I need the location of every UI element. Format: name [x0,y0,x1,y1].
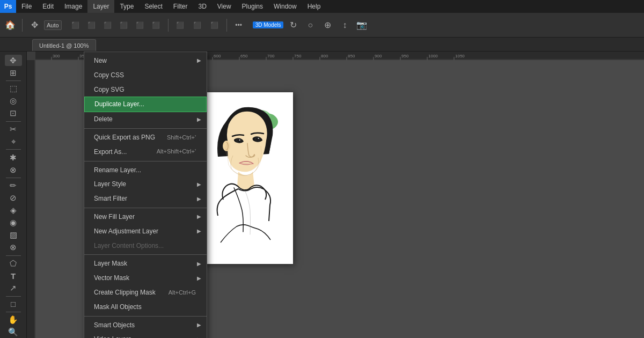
crop-tool[interactable]: ✂ [5,123,22,135]
menu-item-layer-mask[interactable]: Layer Mask ▶ [84,256,207,271]
canvas-area[interactable]: 300 350 400 450 500 550 600 650 700 750 … [27,52,644,338]
svg-point-10 [239,139,240,141]
menu-item-smart-filter[interactable]: Smart Filter ▶ [84,192,207,206]
svg-text:1050: 1050 [455,54,465,58]
camera-icon[interactable]: 📷 [354,18,369,33]
lasso-tool[interactable]: ◎ [5,95,22,107]
svg-text:600: 600 [214,54,221,58]
3d-models-badge: 3D Models [253,21,284,28]
move-tool[interactable]: ✥ [5,55,22,66]
align-top-icon[interactable]: ⬛ [116,18,131,33]
slide-3d-icon[interactable]: ↕ [337,18,352,33]
svg-point-13 [258,138,259,139]
menu-item-copy-svg[interactable]: Copy SVG [84,83,207,97]
menu-item-duplicate-label: Duplicate Layer... [94,100,144,109]
menu-image[interactable]: Image [59,0,87,13]
align-right-icon[interactable]: ⬛ [100,18,115,33]
layer-dropdown-menu: New ▶ Copy CSS Copy SVG Duplicate Layer.… [84,52,207,338]
menu-item-mask-all-objects[interactable]: Mask All Objects [84,300,207,314]
menu-item-quick-export[interactable]: Quick Export as PNG Shift+Ctrl+' [84,130,207,145]
menu-edit[interactable]: Edit [37,0,59,13]
type-tool[interactable]: T [5,270,22,282]
artboard-tool[interactable]: ⊞ [5,67,22,78]
align-bottom-icon[interactable]: ⬛ [149,18,164,33]
clone-tool[interactable]: ⊘ [5,193,22,204]
doc-tab-untitled[interactable]: Untitled-1 @ 100% [32,39,96,51]
home-icon[interactable]: 🏠 [3,18,18,33]
menu-item-new-fill-layer[interactable]: New Fill Layer ▶ [84,210,207,224]
quick-export-shortcut: Shift+Ctrl+' [167,134,196,142]
v-ruler-svg [27,60,35,338]
marquee-tool[interactable]: ⬚ [5,83,22,94]
brush-tool[interactable]: ✏ [5,180,22,192]
svg-text:850: 850 [348,54,355,58]
menu-sep-2 [84,161,207,161]
svg-point-12 [256,137,259,141]
move-options-icon[interactable]: ✥ [27,18,42,33]
menu-layer[interactable]: Layer [87,0,114,13]
svg-text:300: 300 [53,54,60,58]
distribute-h-icon[interactable]: ⬛ [173,18,188,33]
menu-item-create-clipping-mask[interactable]: Create Clipping Mask Alt+Ctrl+G [84,285,207,300]
menu-item-delete[interactable]: Delete ▶ [84,112,207,127]
svg-text:900: 900 [375,54,382,58]
new-submenu-arrow: ▶ [197,57,201,64]
pen-tool[interactable]: ⬠ [5,258,22,269]
delete-submenu-arrow: ▶ [197,116,201,123]
distribute-v-icon[interactable]: ⬛ [190,18,205,33]
tool-sep-5 [6,255,21,256]
extra-options-icon[interactable]: ••• [231,18,246,33]
menu-filter[interactable]: Filter [168,0,193,13]
menu-select[interactable]: Select [139,0,167,13]
eraser-tool[interactable]: ◉ [5,217,22,229]
new-adjustment-arrow: ▶ [197,227,201,235]
zoom-tool[interactable]: 🔍 [5,327,22,338]
heal-tool[interactable]: ⊗ [5,164,22,175]
main-layout: ✥ ⊞ ⬚ ◎ ⊡ ✂ ⌖ ✱ ⊗ ✏ ⊘ ◈ ◉ ▨ ⊗ ⬠ T ↗ □ ✋ … [0,52,644,338]
shape-tool[interactable]: □ [5,298,22,310]
menu-item-export-as-label: Export As... [94,148,127,157]
menu-item-new-label: New [94,56,107,65]
toolbar: 🏠 ✥ Auto ⬛ ⬛ ⬛ ⬛ ⬛ ⬛ ⬛ ⬛ ⬛ ••• 3D Models… [0,13,644,38]
menu-item-copy-css[interactable]: Copy CSS [84,68,207,83]
history-brush[interactable]: ◈ [5,205,22,216]
align-middle-icon[interactable]: ⬛ [133,18,148,33]
orbit-icon[interactable]: ○ [303,18,318,33]
menu-item-duplicate-layer[interactable]: Duplicate Layer... [84,97,207,112]
menu-window[interactable]: Window [268,0,302,13]
hand-tool[interactable]: ✋ [5,314,22,326]
gradient-tool[interactable]: ▨ [5,230,22,241]
menu-item-layer-style[interactable]: Layer Style ▶ [84,177,207,192]
auto-select-dropdown[interactable]: Auto [44,20,62,30]
menu-item-quick-export-label: Quick Export as PNG [94,133,155,142]
align-left-icon[interactable]: ⬛ [68,18,83,33]
menu-item-export-as[interactable]: Export As... Alt+Shift+Ctrl+' [84,145,207,159]
menu-item-smart-objects[interactable]: Smart Objects ▶ [84,318,207,333]
frame-tool[interactable]: ⌖ [5,136,22,147]
magic-wand-tool[interactable]: ⊡ [5,108,22,119]
svg-rect-48 [27,60,35,338]
menu-type[interactable]: Type [114,0,139,13]
menu-item-vector-mask[interactable]: Vector Mask ▶ [84,271,207,285]
menu-item-rename-layer[interactable]: Rename Layer... [84,163,207,178]
toolbar-sep-2 [168,19,169,32]
menu-file[interactable]: File [16,0,37,13]
layer-mask-arrow: ▶ [197,260,201,268]
menu-item-new[interactable]: New ▶ [84,54,207,68]
svg-text:950: 950 [401,54,409,58]
align-center-h-icon[interactable]: ⬛ [84,18,99,33]
menu-sep-3 [84,208,207,208]
menu-plugins[interactable]: Plugins [237,0,268,13]
distribute-icon[interactable]: ⬛ [207,18,222,33]
tool-sep-7 [6,312,21,312]
dodge-tool[interactable]: ⊗ [5,242,22,253]
menu-item-video-layers[interactable]: Video Layers ▶ [84,332,207,338]
pan-3d-icon[interactable]: ⊕ [320,18,335,33]
path-selection-tool[interactable]: ↗ [5,283,22,294]
menu-view[interactable]: View [212,0,237,13]
menu-3d[interactable]: 3D [193,0,211,13]
eyedropper-tool[interactable]: ✱ [5,152,22,163]
rotate-3d-icon[interactable]: ↻ [286,18,301,33]
menu-item-new-adjustment[interactable]: New Adjustment Layer ▶ [84,224,207,239]
menu-help[interactable]: Help [302,0,326,13]
